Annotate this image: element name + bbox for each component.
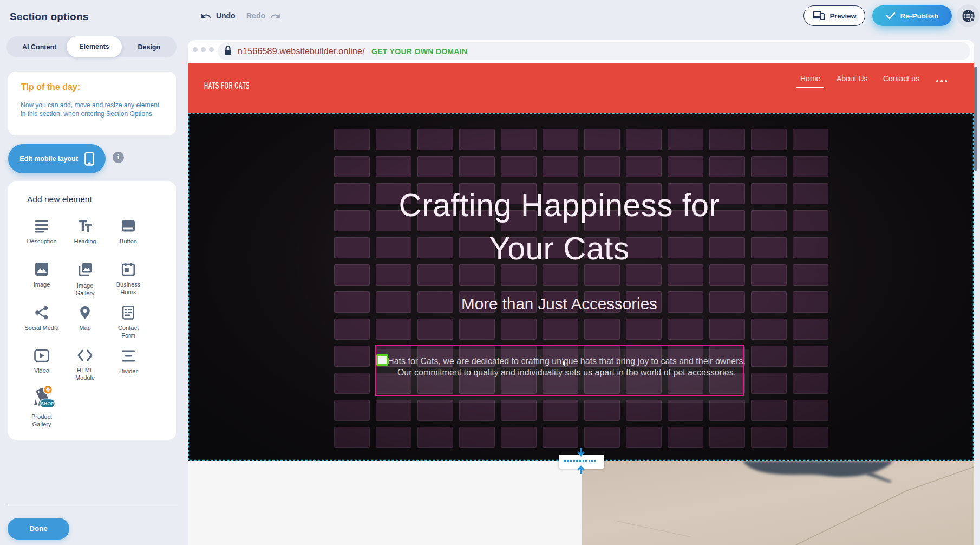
svg-text:SHOP: SHOP	[41, 401, 54, 406]
